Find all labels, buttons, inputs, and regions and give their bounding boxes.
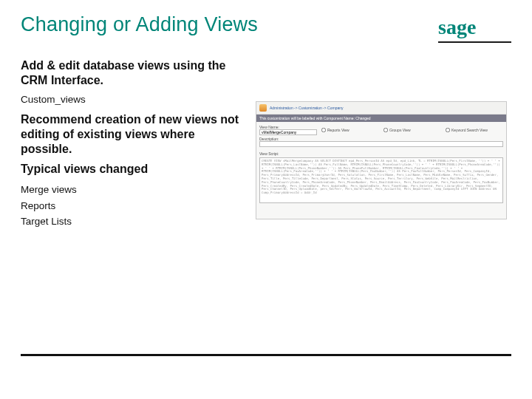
recommendation: Recommend creation of new views not edit…	[21, 112, 242, 157]
list-item: Target Lists	[21, 214, 242, 230]
admin-icon	[259, 104, 267, 112]
reports-view-label: Reports View	[327, 128, 349, 132]
list-item: Merge views	[21, 182, 242, 198]
crm-screenshot: Administration -> Customization -> Compa…	[256, 101, 507, 219]
keyword-search-checkbox[interactable]	[446, 128, 450, 132]
view-name-input[interactable]	[259, 129, 317, 135]
footer-rule	[21, 354, 511, 356]
typical-heading: Typical views changed	[21, 163, 242, 176]
view-script-label: View Script:	[256, 150, 506, 156]
custom-views-label: Custom_views	[21, 94, 242, 105]
view-script-textarea[interactable]	[259, 157, 503, 203]
keyword-search-label: Keyword Search View	[451, 128, 488, 132]
sage-logo: sage	[438, 16, 511, 43]
subtitle: Add & edit database views using the CRM …	[21, 58, 242, 88]
list-item: Reports	[21, 198, 242, 214]
reports-view-checkbox[interactable]	[321, 128, 326, 132]
groups-view-checkbox[interactable]	[383, 128, 388, 132]
breadcrumb: Administration -> Customization -> Compa…	[256, 102, 506, 115]
info-bar: This customization will be labelled with…	[256, 115, 506, 122]
svg-text:sage: sage	[438, 16, 476, 38]
breadcrumb-text: Administration -> Customization -> Compa…	[270, 106, 344, 110]
groups-view-label: Groups View	[389, 128, 411, 132]
description-input[interactable]	[259, 141, 503, 147]
